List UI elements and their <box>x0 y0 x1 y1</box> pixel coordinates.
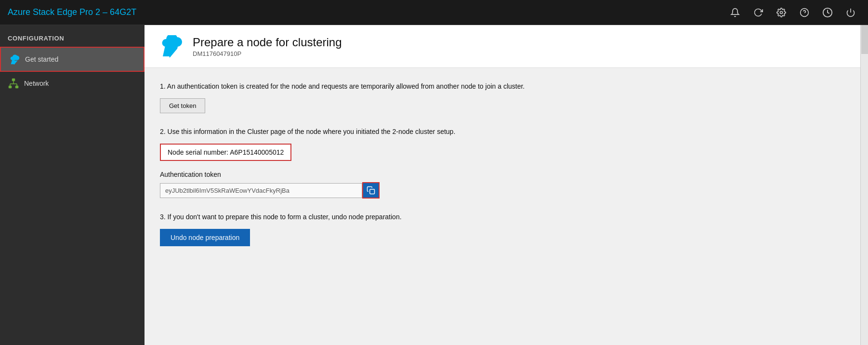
gear-icon <box>776 8 786 17</box>
topbar-icons <box>725 3 860 22</box>
content-area: Prepare a node for clustering DM11760479… <box>145 25 860 345</box>
content-body: 1. An authentication token is created fo… <box>145 68 860 345</box>
copy-token-button[interactable] <box>362 182 380 199</box>
main-layout: CONFIGURATION Get started <box>0 25 868 345</box>
get-token-button[interactable]: Get token <box>160 98 205 113</box>
power-icon-btn[interactable] <box>841 3 860 22</box>
node-serial-box: Node serial number: A6P15140005012 <box>160 144 291 161</box>
scrollbar-thumb <box>861 25 868 54</box>
step-2-number: 2. <box>160 128 168 135</box>
svg-rect-6 <box>9 86 12 88</box>
step-3-text: 3. If you don't want to prepare this nod… <box>160 212 845 222</box>
help-icon-btn[interactable] <box>795 3 814 22</box>
step-1-number: 1. <box>160 82 167 90</box>
page-subtitle: DM1176047910P <box>193 50 342 57</box>
step-1-text: 1. An authentication token is created fo… <box>160 81 845 92</box>
sidebar: CONFIGURATION Get started <box>0 25 145 345</box>
auth-token-label: Authentication token <box>160 171 845 178</box>
page-header: Prepare a node for clustering DM11760479… <box>145 25 860 68</box>
power-icon <box>846 8 855 17</box>
sidebar-section-label: CONFIGURATION <box>0 25 145 47</box>
undo-preparation-button[interactable]: Undo node preparation <box>160 229 250 246</box>
step-2-block: 2. Use this information in the Cluster p… <box>160 127 845 199</box>
user-icon-btn[interactable] <box>818 3 837 22</box>
bell-icon <box>730 8 740 17</box>
token-input-row <box>160 182 845 199</box>
topbar: Azure Stack Edge Pro 2 – 64G2T <box>0 0 868 25</box>
svg-point-0 <box>780 11 783 13</box>
step-1-description: An authentication token is created for t… <box>167 82 525 90</box>
svg-rect-5 <box>12 79 15 81</box>
network-icon <box>8 78 19 89</box>
step-2-description: Use this information in the Cluster page… <box>168 128 456 135</box>
sidebar-item-get-started[interactable]: Get started <box>0 47 145 72</box>
page-header-text: Prepare a node for clustering DM11760479… <box>193 36 342 57</box>
app-title: Azure Stack Edge Pro 2 – 64G2T <box>8 7 136 17</box>
step-3-number: 3. <box>160 213 168 221</box>
user-icon <box>822 7 833 18</box>
copy-icon <box>367 186 375 195</box>
step-1-block: 1. An authentication token is created fo… <box>160 81 845 113</box>
svg-rect-7 <box>15 86 18 88</box>
cloud-lightning-icon <box>9 53 20 65</box>
refresh-icon-btn[interactable] <box>749 3 768 22</box>
page-title: Prepare a node for clustering <box>193 36 342 49</box>
step-3-block: 3. If you don't want to prepare this nod… <box>160 212 845 246</box>
sidebar-item-network[interactable]: Network <box>0 72 145 95</box>
step-2-text: 2. Use this information in the Cluster p… <box>160 127 845 137</box>
page-header-icon <box>158 33 185 60</box>
refresh-icon <box>753 8 763 17</box>
sidebar-item-label-get-started: Get started <box>25 55 58 63</box>
step-3-description: If you don't want to prepare this node t… <box>168 213 402 221</box>
scrollbar[interactable] <box>860 25 868 345</box>
svg-rect-12 <box>370 189 375 194</box>
settings-icon-btn[interactable] <box>772 3 791 22</box>
token-input-field[interactable] <box>160 183 362 198</box>
bell-icon-btn[interactable] <box>725 3 745 22</box>
sidebar-item-label-network: Network <box>24 80 49 87</box>
help-icon <box>800 8 809 17</box>
